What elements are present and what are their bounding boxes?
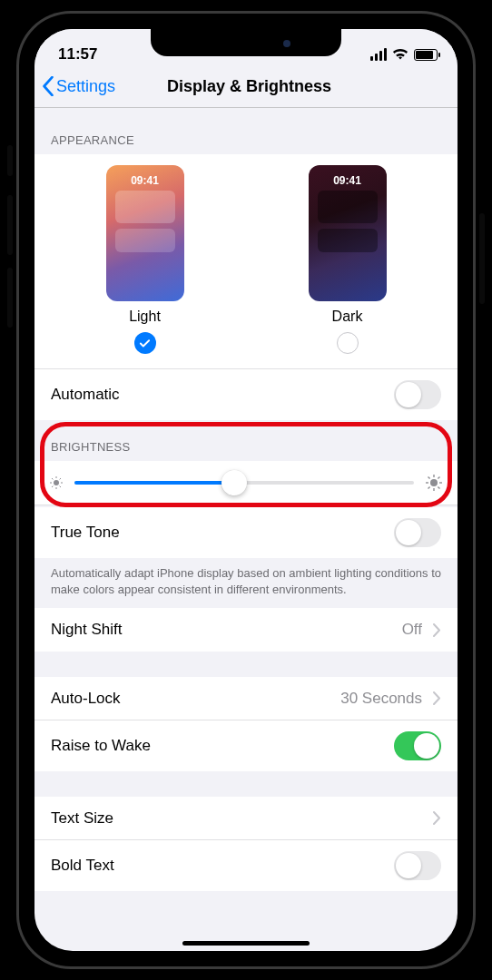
appearance-mode-dark[interactable]: 09:41 Dark bbox=[309, 165, 387, 354]
nightshift-value: Off bbox=[402, 621, 422, 639]
textsize-cell[interactable]: Text Size bbox=[34, 797, 458, 840]
automatic-label: Automatic bbox=[51, 386, 120, 404]
brightness-slider-cell bbox=[34, 461, 458, 505]
svg-line-15 bbox=[438, 486, 439, 488]
boldtext-cell[interactable]: Bold Text bbox=[34, 840, 458, 891]
appearance-header: APPEARANCE bbox=[34, 108, 458, 154]
battery-icon bbox=[414, 49, 438, 61]
sun-low-icon bbox=[49, 475, 64, 490]
boldtext-label: Bold Text bbox=[51, 857, 114, 875]
automatic-cell[interactable]: Automatic bbox=[34, 368, 458, 420]
truetone-toggle[interactable] bbox=[394, 518, 441, 547]
cellular-icon bbox=[370, 48, 387, 61]
raise-label: Raise to Wake bbox=[51, 737, 151, 755]
notch bbox=[151, 29, 341, 56]
raise-cell[interactable]: Raise to Wake bbox=[34, 720, 458, 771]
page-title: Display & Brightness bbox=[52, 77, 447, 96]
chevron-right-icon bbox=[433, 623, 441, 637]
svg-line-16 bbox=[428, 486, 430, 488]
nightshift-cell[interactable]: Night Shift Off bbox=[34, 608, 458, 652]
light-radio[interactable] bbox=[134, 332, 156, 354]
status-time: 11:57 bbox=[58, 45, 97, 64]
chevron-right-icon bbox=[433, 811, 441, 825]
check-icon bbox=[139, 338, 151, 349]
truetone-description: Automatically adapt iPhone display based… bbox=[34, 558, 458, 608]
light-label: Light bbox=[129, 309, 161, 325]
sun-high-icon bbox=[425, 474, 443, 492]
brightness-header: BRIGHTNESS bbox=[34, 420, 458, 461]
raise-toggle[interactable] bbox=[394, 731, 441, 760]
svg-point-9 bbox=[430, 479, 438, 486]
dark-radio[interactable] bbox=[337, 332, 359, 354]
boldtext-toggle[interactable] bbox=[394, 851, 441, 880]
truetone-cell[interactable]: True Tone bbox=[34, 507, 458, 558]
autolock-value: 30 Seconds bbox=[340, 690, 422, 708]
autolock-cell[interactable]: Auto-Lock 30 Seconds bbox=[34, 677, 458, 720]
truetone-label: True Tone bbox=[51, 524, 120, 542]
dark-preview: 09:41 bbox=[309, 165, 387, 301]
svg-line-17 bbox=[438, 477, 439, 479]
svg-line-14 bbox=[428, 477, 430, 479]
wifi-icon bbox=[392, 48, 408, 61]
autolock-label: Auto-Lock bbox=[51, 690, 121, 708]
appearance-mode-light[interactable]: 09:41 Light bbox=[106, 165, 184, 354]
svg-line-5 bbox=[52, 478, 53, 479]
svg-line-8 bbox=[60, 478, 61, 479]
phone-frame: 11:57 Settings Display & Brightness APPE… bbox=[16, 11, 476, 969]
dark-label: Dark bbox=[332, 309, 363, 325]
nav-bar: Settings Display & Brightness bbox=[34, 69, 458, 108]
appearance-group: 09:41 Light 09:41 Dark bbox=[34, 154, 458, 420]
svg-point-0 bbox=[54, 480, 59, 485]
automatic-toggle[interactable] bbox=[394, 380, 441, 409]
light-preview: 09:41 bbox=[106, 165, 184, 301]
brightness-slider[interactable] bbox=[74, 481, 414, 485]
textsize-label: Text Size bbox=[51, 809, 113, 828]
nightshift-label: Night Shift bbox=[51, 621, 122, 639]
home-indicator[interactable] bbox=[182, 941, 310, 946]
svg-line-6 bbox=[60, 486, 61, 487]
chevron-right-icon bbox=[433, 691, 441, 705]
svg-line-7 bbox=[52, 486, 53, 487]
screen: 11:57 Settings Display & Brightness APPE… bbox=[34, 29, 458, 951]
